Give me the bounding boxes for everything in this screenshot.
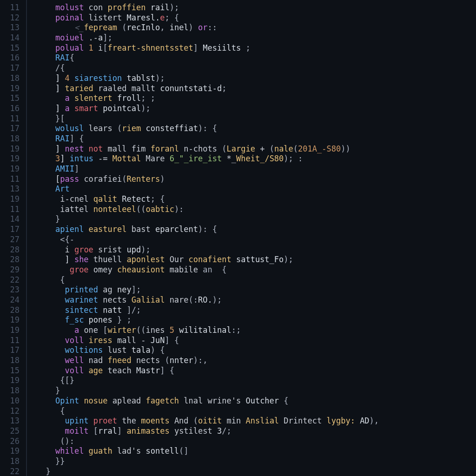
code-line[interactable]: i-cnel qalit Retect; {: [36, 194, 476, 205]
line-number: 12: [0, 13, 20, 23]
line-number: 19: [0, 84, 20, 94]
code-editor: 1112131415161718191516111718191919111319…: [0, 0, 476, 476]
code-line[interactable]: i groe srist upd);: [36, 245, 476, 255]
line-number: 10: [0, 396, 20, 406]
line-number: 11: [0, 114, 20, 124]
line-number: 23: [0, 285, 20, 295]
line-number-gutter: 1112131415161718191516111718191919111319…: [0, 0, 27, 476]
code-line[interactable]: woltions lust tala) {: [36, 345, 476, 356]
code-line[interactable]: /{: [36, 63, 476, 73]
line-number: 11: [0, 205, 20, 215]
code-line[interactable]: moiuel .-a];: [36, 33, 476, 43]
code-line[interactable]: Opint nosue aplead fagetch lnal wrine's …: [36, 396, 476, 406]
code-line[interactable]: AMII]: [36, 164, 476, 174]
code-line[interactable]: a slentert froll; ;: [36, 93, 476, 104]
line-number: 18: [0, 134, 20, 144]
code-line[interactable]: RAI] {: [36, 134, 476, 144]
code-line[interactable]: groe omey cheausiont mabile an {: [36, 265, 476, 275]
line-number: 17: [0, 63, 20, 73]
code-line[interactable]: wolusl lears (riem consteffiat): {: [36, 124, 476, 134]
line-number: 27: [0, 235, 20, 245]
line-number: 11: [0, 3, 20, 13]
line-number: 12: [0, 406, 20, 416]
line-number: 18: [0, 356, 20, 366]
code-line[interactable]: ] taried raaled mallt conuntstati-d;: [36, 84, 476, 94]
code-line[interactable]: ] nest not mall fim foranl n-chots (Larg…: [36, 144, 476, 154]
code-line[interactable]: }}: [36, 456, 476, 467]
line-number: 14: [0, 214, 20, 225]
line-number: 24: [0, 295, 20, 305]
line-number: 19: [0, 154, 20, 164]
code-line[interactable]: poinal listert Maresl.e; {: [36, 13, 476, 23]
line-number: 17: [0, 345, 20, 356]
code-line[interactable]: }: [36, 467, 476, 476]
line-number: 13: [0, 416, 20, 426]
line-number: 26: [0, 436, 20, 447]
line-number: 19: [0, 144, 20, 154]
line-number: 18: [0, 386, 20, 396]
code-line[interactable]: <_fepream (recInlo, inel) or::: [36, 23, 476, 33]
code-line[interactable]: 3] intus -= Mottal Mare 6_"_ire_ist *_Wh…: [36, 154, 476, 164]
code-line[interactable]: {[}: [36, 376, 476, 386]
line-number: 13: [0, 23, 20, 33]
code-line[interactable]: ():: [36, 436, 476, 447]
code-line[interactable]: voll iress mall - JuN] {: [36, 336, 476, 346]
code-area[interactable]: molust con proffien rail); poinal lister…: [27, 0, 476, 476]
line-number: 28: [0, 305, 20, 316]
code-line[interactable]: <{-: [36, 235, 476, 245]
code-line[interactable]: Art: [36, 184, 476, 194]
code-line[interactable]: polual 1 i[freart-shnentsstet] Mesiilts …: [36, 43, 476, 53]
code-line[interactable]: {: [36, 406, 476, 416]
line-number: 17: [0, 225, 20, 235]
line-number: 19: [0, 315, 20, 325]
line-number: 15: [0, 43, 20, 53]
line-number: 19: [0, 446, 20, 456]
code-line[interactable]: warinet nects Galiial nare(:RO.);: [36, 295, 476, 305]
code-line[interactable]: ] a smart pointcal);: [36, 104, 476, 114]
code-line[interactable]: moilt [rral] animastes ystilest 3/;: [36, 426, 476, 436]
code-line[interactable]: apienl easturel bast eparclent): {: [36, 225, 476, 235]
code-line[interactable]: well nad fneed nects (nnter):,: [36, 356, 476, 366]
line-number: 18: [0, 73, 20, 84]
code-line[interactable]: sintect natt ]/;: [36, 305, 476, 316]
code-line[interactable]: voll age teach Mastr] {: [36, 366, 476, 376]
line-number: 11: [0, 174, 20, 185]
code-line[interactable]: f_sc pones } ;: [36, 315, 476, 325]
line-number: 19: [0, 325, 20, 336]
code-line[interactable]: printed ag ney];: [36, 285, 476, 295]
line-number: 19: [0, 164, 20, 174]
line-number: 19: [0, 376, 20, 386]
code-line[interactable]: ] 4 siarestion tablst);: [36, 73, 476, 84]
code-line[interactable]: a one [wirter((ines 5 wilitalinal:;: [36, 325, 476, 336]
line-number: 18: [0, 456, 20, 467]
line-number: 17: [0, 124, 20, 134]
line-number: 29: [0, 265, 20, 275]
code-line[interactable]: }: [36, 386, 476, 396]
code-line[interactable]: }: [36, 214, 476, 225]
code-line[interactable]: molust con proffien rail);: [36, 3, 476, 13]
code-line[interactable]: }[: [36, 114, 476, 124]
code-line[interactable]: RAI{: [36, 53, 476, 63]
code-line[interactable]: whilel guath lad's sontell(]: [36, 446, 476, 456]
line-number: 16: [0, 104, 20, 114]
code-line[interactable]: {: [36, 275, 476, 285]
line-number: 28: [0, 255, 20, 265]
line-number: 15: [0, 366, 20, 376]
line-number: 22: [0, 467, 20, 476]
line-number: 28: [0, 245, 20, 255]
code-line[interactable]: ] she thuell aponlest Our conafient satt…: [36, 255, 476, 265]
line-number: 19: [0, 194, 20, 205]
line-number: 15: [0, 93, 20, 104]
line-number: 22: [0, 275, 20, 285]
line-number: 25: [0, 426, 20, 436]
line-number: 11: [0, 336, 20, 346]
line-number: 16: [0, 53, 20, 63]
line-number: 14: [0, 33, 20, 43]
code-line[interactable]: upint proet the moents And (oitit min An…: [36, 416, 476, 426]
code-line[interactable]: [pass corafiei(Renters): [36, 174, 476, 185]
line-number: 13: [0, 184, 20, 194]
code-line[interactable]: iattel nonteleel((oabtic):: [36, 205, 476, 215]
